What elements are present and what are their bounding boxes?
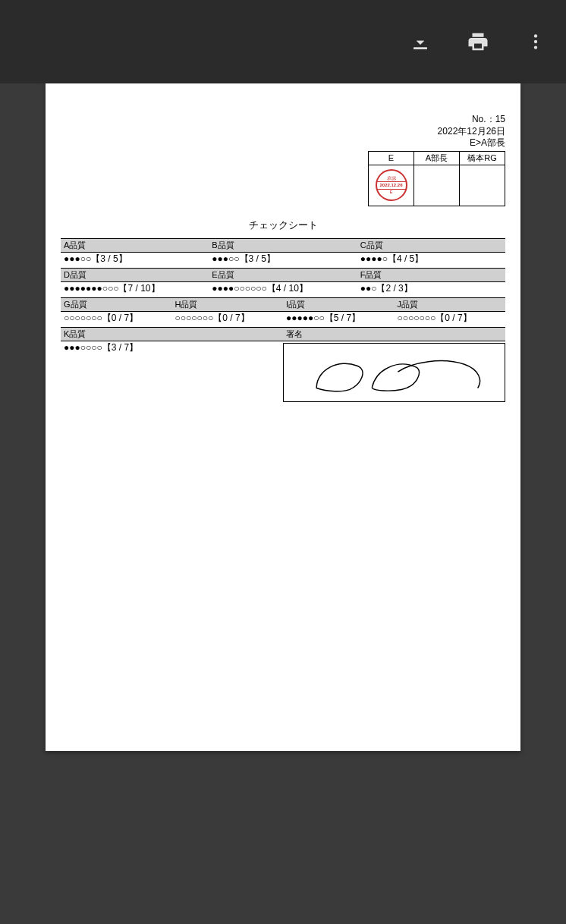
approver-header: 橋本RG: [460, 151, 505, 165]
print-icon: [467, 30, 489, 53]
approval-cell: 承認 2022.12.26 E: [369, 165, 414, 206]
svg-point-1: [534, 34, 537, 37]
item-label: G品質: [61, 297, 172, 312]
item-value: ●●●●○○○○○○【4 / 10】: [209, 282, 357, 297]
item-value: ●●●●●●●○○○【7 / 10】: [61, 282, 209, 297]
pdf-viewer-toolbar: [0, 0, 566, 83]
page-container: No.：15 2022年12月26日 E>A部長 E A部長 橋本RG 承認 2…: [0, 83, 566, 751]
item-value: ○○○○○○○【0 / 7】: [61, 312, 172, 327]
approval-cell: [414, 165, 460, 206]
doc-no-value: 15: [495, 114, 505, 124]
stamp-date: 2022.12.26: [377, 181, 406, 190]
item-label: B品質: [209, 238, 357, 253]
signature-label: 署名: [283, 327, 505, 341]
download-button[interactable]: [405, 27, 436, 57]
item-label: H品質: [172, 297, 284, 312]
signature-box: [283, 343, 505, 402]
item-value: ●●●○○○○【3 / 7】: [61, 341, 283, 357]
item-value: ●●●○○【3 / 5】: [209, 253, 357, 268]
print-button[interactable]: [463, 27, 493, 57]
stamp-name: E: [377, 190, 406, 195]
approver-header: E: [369, 151, 414, 165]
svg-point-3: [534, 46, 537, 49]
item-label: I品質: [283, 297, 395, 312]
approval-table: E A部長 橋本RG 承認 2022.12.26 E: [368, 151, 505, 206]
svg-rect-0: [413, 48, 427, 50]
doc-no-label: No.：: [472, 114, 495, 124]
item-label: D品質: [61, 268, 209, 282]
item-value: ○○○○○○○【0 / 7】: [172, 312, 284, 327]
check-grid: A品質 B品質 C品質 ●●●○○【3 / 5】 ●●●○○【3 / 5】 ●●…: [61, 238, 505, 402]
item-label: F品質: [357, 268, 505, 282]
stamp-top: 承認: [377, 176, 406, 181]
approval-cell: [460, 165, 505, 206]
item-value: ●●●●○【4 / 5】: [357, 253, 505, 268]
item-label: J品質: [395, 297, 506, 312]
document-title: チェックシート: [61, 206, 505, 238]
document-page: No.：15 2022年12月26日 E>A部長 E A部長 橋本RG 承認 2…: [46, 83, 520, 751]
doc-date: 2022年12月26日: [438, 126, 505, 137]
item-value: ●●○【2 / 3】: [357, 282, 505, 297]
item-label: C品質: [357, 238, 505, 253]
item-label: A品質: [61, 238, 209, 253]
approver-header: A部長: [414, 151, 460, 165]
download-icon: [409, 30, 432, 53]
svg-point-2: [534, 40, 537, 43]
doc-route: E>A部長: [470, 137, 505, 148]
approval-stamp: 承認 2022.12.26 E: [376, 169, 407, 201]
item-value: ●●●○○【3 / 5】: [61, 253, 209, 268]
item-label: E品質: [209, 268, 357, 282]
more-button[interactable]: [520, 27, 551, 57]
signature-drawing: [284, 344, 505, 401]
more-vert-icon: [526, 32, 546, 52]
item-label: K品質: [61, 327, 283, 341]
document-meta: No.：15 2022年12月26日 E>A部長: [61, 114, 505, 149]
item-value: ●●●●●○○【5 / 7】: [283, 312, 395, 327]
item-value: ○○○○○○○【0 / 7】: [395, 312, 506, 327]
